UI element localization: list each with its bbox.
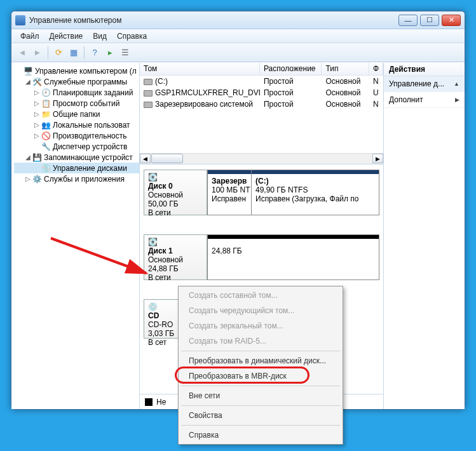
cm-create-mirrored[interactable]: Создать зеркальный том... [180,318,341,333]
volume-type: Основной [322,100,369,109]
partition-reserved[interactable]: Зарезерв 100 МБ NT Исправен [207,170,252,215]
titlebar[interactable]: Управление компьютером — ☐ ✕ [11,11,465,29]
volume-name: (C:) [155,77,168,86]
disk-type: Основной [148,191,203,199]
tree-device-manager[interactable]: 🔧Диспетчер устройств [14,141,139,152]
app-icon [15,15,25,25]
volume-name: Зарезервировано системой [155,100,253,109]
volume-type: Основной [322,77,369,86]
disk-name: Диск 1 [148,246,203,255]
partition-size: 49,90 ГБ NTFS [255,185,375,194]
partition-size: 24,88 ГБ [212,246,375,255]
cm-convert-mbr[interactable]: Преобразовать в MBR-диск [180,368,341,384]
disk-1[interactable]: 💽 Диск 1 Основной 24,88 ГБ В сети 24,88 … [144,234,379,280]
forward-button[interactable]: ► [31,46,44,60]
tree-scheduler[interactable]: ▷🕘Планировщик заданий [14,87,139,98]
tree-disk-management[interactable]: 💿Управление дисками [14,163,139,173]
context-menu: Создать составной том... Создать чередую… [178,286,343,445]
volume-header: Том Расположение Тип Ф [140,63,383,76]
actions-label: Дополнит [389,95,423,104]
cm-separator [181,386,340,386]
volume-fs: U [369,88,383,97]
cm-offline[interactable]: Вне сети [180,388,341,403]
menu-file[interactable]: Файл [15,30,44,42]
partition-size: 100 МБ NT [212,185,247,194]
tree-eventviewer[interactable]: ▷📋Просмотр событий [14,98,139,109]
toolbar: ◄ ► ⟳ ▦ ? ▸ ☰ [11,43,465,62]
col-fs[interactable]: Ф [369,63,383,75]
partition-name: (C:) [255,177,375,185]
horizontal-scrollbar[interactable]: ◀ ▶ [140,153,383,164]
tree-label: Диспетчер устройств [53,142,127,151]
volume-row[interactable]: Зарезервировано системой Простой Основно… [140,98,383,110]
tree-label: Общие папки [53,110,100,119]
toolbar-separator [84,46,85,59]
scroll-thumb[interactable] [151,154,183,163]
cm-create-raid5[interactable]: Создать том RAID-5... [180,333,341,349]
partition-unallocated[interactable]: 24,88 ГБ [207,234,379,280]
view-button[interactable]: ▸ [103,46,117,60]
col-type[interactable]: Тип [322,63,369,75]
tree-services[interactable]: ▷⚙️Службы и приложения [14,173,139,184]
legend-label: Не [156,398,166,407]
volume-type: Основной [322,88,369,97]
volume-layout: Простой [260,77,322,86]
help-button[interactable]: ? [88,46,102,60]
toolbar-separator [48,46,48,59]
cm-help[interactable]: Справка [180,427,341,443]
partition-band [208,170,251,174]
menu-help[interactable]: Справка [112,30,152,42]
tree-local-users[interactable]: ▷👥Локальные пользоват [14,119,139,130]
volume-layout: Простой [260,88,322,97]
properties-button[interactable]: ▦ [67,46,81,60]
volume-row[interactable]: GSP1RMCULXFRER_RU_DVD (E:) Простой Основ… [140,87,383,98]
tree-label: Производительность [53,131,126,140]
window-title: Управление компьютером [29,16,398,25]
tree-panel: 🖥️Управление компьютером (л ◢🛠️Служебные… [11,63,140,409]
scroll-right-icon[interactable]: ▶ [372,154,383,163]
cm-create-spanned[interactable]: Создать составной том... [180,288,341,303]
disk-status: В сети [148,208,203,217]
tree-label: Служебные программы [44,77,127,86]
close-button[interactable]: ✕ [442,15,461,26]
actions-item-diskmgmt[interactable]: Управление д... ▲ [384,76,465,92]
tree-shared-folders[interactable]: ▷📁Общие папки [14,109,139,119]
volume-icon [144,79,153,85]
col-volume[interactable]: Том [140,63,260,75]
disk-0[interactable]: 💽 Диск 0 Основной 50,00 ГБ В сети Зарезе… [144,170,379,215]
scroll-left-icon[interactable]: ◀ [140,154,151,163]
disk-icon: 💽 [148,173,203,182]
volume-icon [144,102,153,108]
tree-label: Планировщик заданий [53,88,133,97]
cm-properties[interactable]: Свойства [180,408,341,423]
partition-band [208,235,379,239]
disk-type: Основной [148,255,203,264]
collapse-icon: ▲ [454,81,459,87]
tree-performance[interactable]: ▷🚫Производительность [14,130,139,141]
refresh-button[interactable]: ⟳ [51,46,65,60]
minimize-button[interactable]: — [398,15,418,26]
menu-action[interactable]: Действие [44,30,88,42]
menu-view[interactable]: Вид [88,30,112,42]
maximize-button[interactable]: ☐ [420,15,439,26]
tree-label: Управление дисками [53,164,127,173]
partition-status: Исправен [212,194,247,203]
partition-c[interactable]: (C:) 49,90 ГБ NTFS Исправен (Загрузка, Ф… [252,170,379,215]
cm-create-striped[interactable]: Создать чередующийся том... [180,303,341,318]
tree-root[interactable]: 🖥️Управление компьютером (л [14,65,139,76]
col-layout[interactable]: Расположение [260,63,322,75]
partition-band [252,170,379,174]
cm-convert-dynamic[interactable]: Преобразовать в динамический диск... [180,353,341,368]
tree-system-tools[interactable]: ◢🛠️Служебные программы [14,76,139,87]
volume-layout: Простой [260,100,322,109]
tree-label: Просмотр событий [53,99,119,108]
list-button[interactable]: ☰ [118,46,132,60]
tree-storage[interactable]: ◢💾Запоминающие устройст [14,152,139,163]
volume-row[interactable]: (C:) Простой Основной N [140,76,383,87]
tree-root-label: Управление компьютером (л [35,67,137,76]
disk-size: 50,00 ГБ [148,199,203,208]
back-button[interactable]: ◄ [15,46,29,60]
chevron-right-icon: ▶ [455,97,459,103]
actions-item-more[interactable]: Дополнит ▶ [384,92,465,108]
actions-panel: Действия Управление д... ▲ Дополнит ▶ [384,63,465,409]
